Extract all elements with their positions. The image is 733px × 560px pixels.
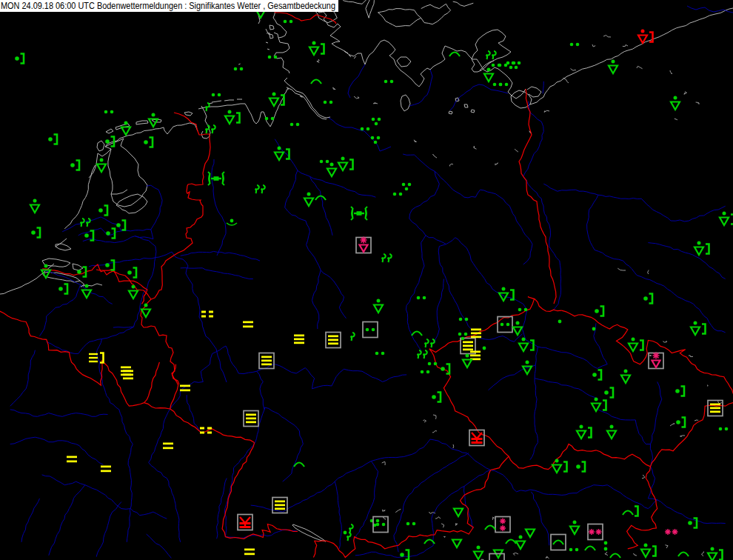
svg-text:MON 24.09.18 06:00 UTC Bodenw: MON 24.09.18 06:00 UTC Bodenwettermeldun…: [1, 1, 335, 11]
